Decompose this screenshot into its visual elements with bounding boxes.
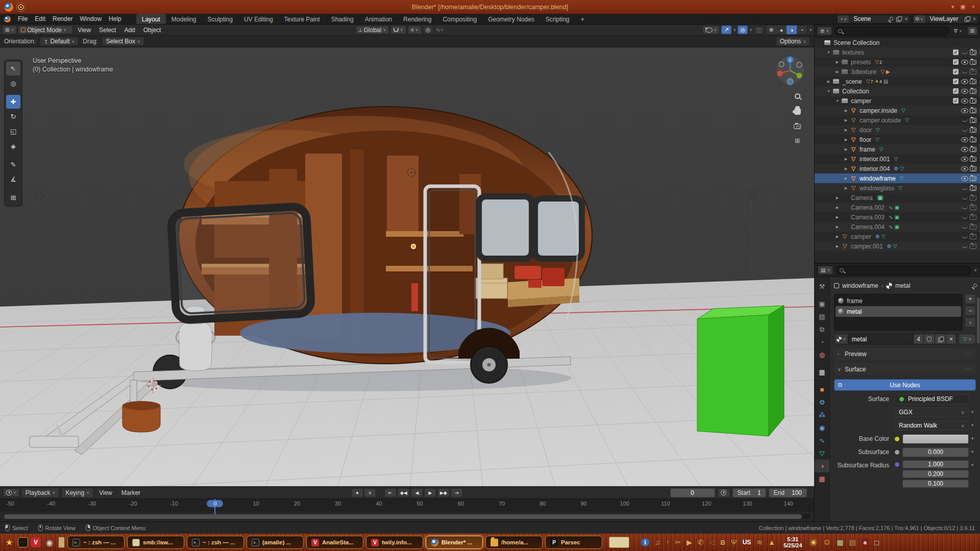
shading-mode-button[interactable]: ◑ [787, 26, 797, 34]
pan-view-button[interactable] [792, 106, 803, 117]
outliner-row[interactable]: ▶ camper.inside ▽ [815, 106, 980, 115]
viewport-tool-button[interactable]: ⊞ [6, 191, 20, 205]
breadcrumb-material[interactable]: metal [895, 282, 910, 289]
taskbar-window-button[interactable]: ~ : zsh — ... [187, 536, 244, 549]
frame-end-field[interactable]: End100 [769, 488, 807, 497]
viewlayer-selector[interactable]: ⧉∨ ViewLayer × [913, 15, 978, 23]
unlink-scene-icon[interactable]: × [903, 16, 909, 22]
distribution-dropdown[interactable]: GGX∨ [894, 408, 969, 417]
disable-render-toggle[interactable] [969, 166, 977, 171]
expander-icon[interactable]: ▶ [834, 60, 841, 64]
properties-options-menu[interactable]: ∨ [974, 268, 977, 272]
window-control-button[interactable]: ▾ [951, 4, 954, 10]
tray-icon[interactable]: a [862, 538, 869, 547]
expander-icon[interactable]: ▶ [843, 118, 849, 122]
shading-mode-button[interactable]: ⊕ [766, 26, 776, 34]
properties-editor-type[interactable]: ▤∨ [818, 266, 833, 274]
expander-icon[interactable]: ▼ [825, 51, 832, 54]
properties-search-input[interactable] [836, 266, 971, 275]
properties-tab[interactable]: ⁂ [815, 409, 829, 421]
shading-settings-menu[interactable]: ∨ [809, 28, 812, 32]
tray-icon[interactable]: ✂ [675, 538, 681, 546]
expander-icon[interactable]: ▶ [843, 109, 849, 113]
properties-tab[interactable]: ◉ [815, 421, 829, 434]
outliner-row[interactable]: ▶ Camera.004 ∿▣ [815, 222, 980, 232]
3d-viewport[interactable]: User Perspective (0) Collection | window… [0, 47, 814, 486]
viewport-menu[interactable]: Select [95, 26, 119, 35]
taskbar-window-button[interactable]: (amalie) ... [247, 536, 304, 549]
workspace-tab[interactable]: Layout [136, 14, 166, 24]
timeline-menu[interactable]: Keying [61, 488, 93, 498]
mode-selector[interactable]: Object Mode∨ [18, 26, 73, 34]
tray-icon[interactable]: ▤ [849, 538, 856, 546]
properties-tab[interactable]: ▣ [815, 297, 829, 310]
properties-tab[interactable]: ◍ [815, 348, 829, 361]
transport-button[interactable]: ◀ [411, 488, 423, 497]
hide-viewport-toggle[interactable] [960, 70, 969, 73]
disable-render-toggle[interactable] [969, 79, 977, 84]
taskbar-window-button[interactable]: smb://aw... [127, 536, 184, 549]
outliner-row[interactable]: ▶ Camera ▣ [815, 193, 980, 203]
snap-toggle[interactable]: ∨ [390, 26, 406, 34]
workspace-tab[interactable]: + [575, 14, 591, 24]
properties-tab[interactable]: ▽ [815, 447, 829, 460]
properties-tab[interactable]: ■ [815, 383, 829, 396]
hide-viewport-toggle[interactable] [960, 176, 969, 181]
material-slot[interactable]: metal [836, 306, 961, 317]
expander-icon[interactable]: ▶ [834, 235, 841, 239]
viewport-menu[interactable]: Object [140, 26, 165, 35]
taskbar-window-button[interactable]: Parsec [545, 536, 602, 549]
outliner-item-label[interactable]: Camera.002 [851, 204, 885, 211]
disable-render-toggle[interactable] [969, 224, 977, 230]
outliner-item-label[interactable]: _scene [842, 78, 862, 85]
disable-render-toggle[interactable] [969, 195, 977, 201]
object-visibility-menu[interactable]: ∨ [702, 26, 720, 34]
pin-id-icon[interactable] [972, 284, 976, 288]
snap-settings[interactable]: ≡∨ [408, 26, 422, 34]
viewport-tool-button[interactable]: ↻ [6, 110, 20, 123]
workspace-tab[interactable]: Texture Paint [279, 14, 326, 24]
viewport-menu[interactable]: View [74, 26, 94, 35]
fake-user-toggle[interactable] [923, 334, 935, 344]
tray-icon[interactable]: ✆ [698, 538, 704, 546]
outliner-item-label[interactable]: Camera.004 [851, 223, 885, 231]
hide-viewport-toggle[interactable] [960, 89, 969, 94]
transport-button[interactable]: ◆◀ [398, 488, 410, 497]
outliner-item-label[interactable]: Collection [842, 88, 869, 95]
taskbar-launcher[interactable]: ★ [3, 536, 15, 548]
timeline-ruler[interactable]: -50-40-30-20-100102030405060708090100110… [0, 499, 814, 511]
tray-icon[interactable]: US [743, 539, 751, 546]
options-dropdown[interactable]: Options∨ [776, 37, 810, 46]
remove-slot-button[interactable]: − [965, 306, 976, 316]
disable-render-toggle[interactable] [969, 244, 977, 249]
material-slot[interactable]: frame [836, 295, 961, 306]
shading-mode-button[interactable]: ● [776, 26, 787, 34]
transform-orientation-selector[interactable]: ⟂Global∨ [356, 26, 389, 34]
hide-viewport-toggle[interactable] [960, 79, 969, 84]
expander-icon[interactable]: ▶ [834, 244, 841, 248]
properties-tab[interactable]: ◔ [815, 336, 829, 348]
menubar-menu[interactable]: Render [49, 14, 76, 23]
outliner-row[interactable]: ▶ interior.004 ⚙▽ [815, 164, 980, 173]
outliner-row[interactable]: ▶ floor ▽ [815, 135, 980, 144]
editor-type-button[interactable]: ⊞∨ [2, 26, 17, 34]
orientation-dropdown[interactable]: ↥Default∨ [40, 37, 79, 46]
outliner-row[interactable]: ▶ Camera.002 ∿▣ [815, 203, 980, 212]
overlays-menu[interactable]: ∨ [749, 28, 752, 32]
outliner-row[interactable]: ▶ door ▽ [815, 125, 980, 135]
properties-tab[interactable]: ∿ [815, 434, 829, 447]
tray-icon[interactable]: ♫ [655, 538, 660, 546]
collection-checkbox[interactable] [951, 98, 960, 104]
viewport-tool-button[interactable]: ✎ [6, 158, 20, 171]
copy-material-button[interactable] [935, 334, 946, 344]
expander-icon[interactable]: ▶ [843, 177, 849, 181]
workspace-tab[interactable]: Modeling [166, 14, 202, 24]
expander-icon[interactable]: ▶ [843, 128, 849, 132]
taskbar-window-button[interactable]: AnalieSta... [306, 536, 363, 549]
proportional-editing-toggle[interactable]: ◎ [423, 26, 433, 34]
hide-viewport-toggle[interactable] [960, 235, 969, 238]
slot-specials-menu[interactable]: ∨ [965, 317, 976, 328]
outliner-item-label[interactable]: windowframe [860, 175, 896, 182]
outliner-item-label[interactable]: windowglass [860, 185, 894, 192]
window-control-button[interactable]: × [972, 4, 975, 10]
